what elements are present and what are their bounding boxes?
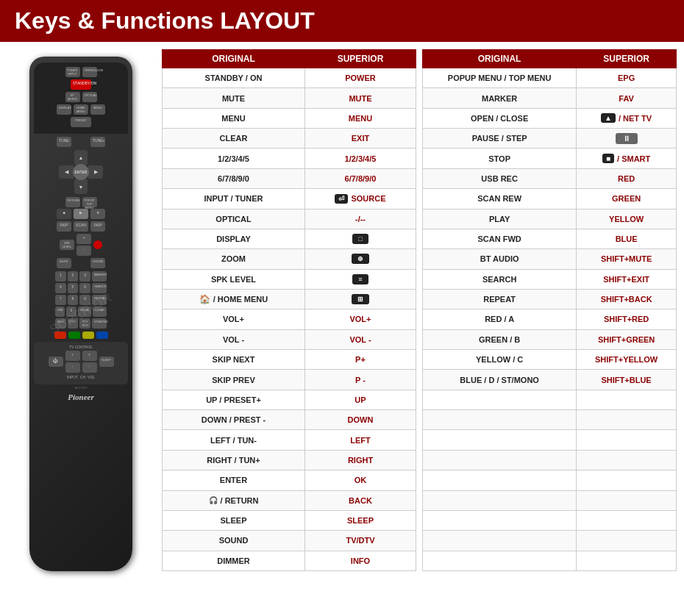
original-cell: STANDBY / ON <box>163 68 305 88</box>
superior-cell <box>577 470 677 490</box>
superior-cell: SHIFT+GREEN <box>577 329 677 349</box>
dpad[interactable]: ▲ ▼ ◀ ▶ ENTER <box>59 150 103 194</box>
optical-btn[interactable]: OPTICAL <box>82 92 97 102</box>
mute-btn[interactable]: MUTE <box>57 258 71 268</box>
dpad-right[interactable]: ▶ <box>88 165 103 179</box>
btn-3[interactable]: 3 <box>79 271 90 282</box>
skip-prev-btn[interactable]: SKIP <box>57 221 71 232</box>
pause-btn[interactable]: ⏸ <box>90 209 105 219</box>
original-cell: 🏠 / HOME MENU <box>163 289 305 309</box>
btn-7[interactable]: 7 <box>55 295 66 305</box>
superior-cell: ≡ <box>304 269 416 289</box>
tv-vol-down-btn[interactable]: - <box>82 362 97 373</box>
clear-btn[interactable]: CLEAR <box>93 307 107 317</box>
btn-2[interactable]: 2 <box>68 271 79 282</box>
sound-btn[interactable]: SOUND <box>90 258 105 268</box>
preset-btn[interactable]: PRESET <box>71 117 91 127</box>
dpad-down[interactable]: ▼ <box>74 179 88 194</box>
pty-search-btn[interactable]: PTY SCH <box>79 318 90 329</box>
btn-6[interactable]: 6 <box>79 283 90 293</box>
blue-btn-color[interactable] <box>96 332 108 339</box>
original-cell: OPEN / CLOSE <box>423 108 577 128</box>
original-cell: RED / A <box>423 309 577 329</box>
yellow-btn[interactable] <box>82 332 94 339</box>
superior-cell: RED <box>577 168 677 188</box>
original-cell: PAUSE / STEP <box>423 129 577 148</box>
vol-up-btn[interactable]: + <box>76 234 91 244</box>
spk-level-btn[interactable]: SPK LEVEL <box>60 240 74 250</box>
table-row: LEFT / TUN-LEFT <box>163 430 416 450</box>
popup-btn[interactable]: POPUP TOP MENU <box>82 197 97 207</box>
tune-minus-btn[interactable]: TUNE- <box>57 137 71 147</box>
superior-cell: SHIFT+YELLOW <box>577 350 677 370</box>
green-btn[interactable] <box>68 332 80 339</box>
open-close-btn[interactable]: OPEN/CLOSE <box>82 67 97 77</box>
dpad-left[interactable]: ◀ <box>59 165 74 179</box>
tv-power-btn[interactable]: ⏻ <box>49 357 63 367</box>
ch-up-btn[interactable]: + <box>65 351 80 361</box>
original-cell: SKIP NEXT <box>163 350 305 370</box>
pty-btn[interactable]: PTY <box>68 318 79 329</box>
enter-btn[interactable]: ENTER <box>73 164 89 180</box>
bt-audio-btn[interactable]: BT AUDIO <box>65 92 80 102</box>
original-cell: MUTE <box>163 88 305 108</box>
table-row: ZOOM⊕ <box>163 249 416 269</box>
scan-btn[interactable]: SCAN <box>74 221 88 232</box>
zoom-btn[interactable]: ZOOM <box>78 307 91 317</box>
original-cell <box>423 450 577 470</box>
table2-col1-header: ORIGINAL <box>423 50 577 68</box>
table-row: SEARCHSHIFT+EXIT <box>423 269 677 289</box>
btn-8[interactable]: 8 <box>68 295 79 305</box>
table-row: OPEN / CLOSE▲ / NET TV <box>423 108 677 128</box>
play-btn[interactable]: ▶ <box>74 209 88 219</box>
superior-cell: ⊞ <box>304 289 416 309</box>
superior-cell <box>577 490 677 510</box>
table-row <box>423 450 677 470</box>
superior-cell: SLEEP <box>304 510 416 530</box>
display-btn[interactable]: DISPLAY <box>57 104 71 115</box>
st-mono-btn[interactable]: ST/MONO <box>92 318 107 329</box>
tuner-btn[interactable]: TUNER INPUT <box>65 67 80 77</box>
superior-cell <box>577 430 677 450</box>
original-cell: 6/7/8/9/0 <box>163 168 305 188</box>
marker-btn[interactable]: MARKER <box>92 271 107 282</box>
table-row: SKIP PREVP - <box>163 370 416 390</box>
btn-9[interactable]: 9 <box>79 295 90 305</box>
menu-btn[interactable]: MENU <box>90 104 105 115</box>
header: Keys & Functions LAYOUT <box>0 0 684 42</box>
superior-cell: ⏸ <box>577 129 677 148</box>
usb-rec-btn[interactable] <box>93 240 102 249</box>
dpad-up[interactable]: ▲ <box>74 150 88 165</box>
table-row: VOL+VOL+ <box>163 309 416 329</box>
original-cell: SCAN REW <box>423 189 577 209</box>
tune-plus-btn[interactable]: TUNE+ <box>90 137 105 147</box>
search-btn[interactable]: SEARCH <box>92 283 107 293</box>
btn-0[interactable]: 0 <box>66 307 76 317</box>
original-cell: LEFT / TUN- <box>163 430 305 450</box>
ch-label: CH <box>80 375 85 379</box>
stop-btn[interactable]: ■ <box>57 209 71 219</box>
sleep-btn[interactable]: SLEEP <box>99 357 114 367</box>
original-cell: BT AUDIO <box>423 249 577 269</box>
table2-col2-header: SUPERIOR <box>577 50 677 68</box>
ch-down-btn[interactable]: - <box>65 362 80 373</box>
btn-5[interactable]: 5 <box>68 283 79 293</box>
original-cell: YELLOW / C <box>423 350 577 370</box>
superior-cell: SHIFT+MUTE <box>577 249 677 269</box>
red-btn[interactable] <box>54 332 66 339</box>
tv-control-label: TV CONTROL <box>37 345 125 349</box>
dimmer-btn[interactable]: DIM <box>55 307 65 317</box>
standby-btn[interactable]: STANDBY/ON <box>71 79 91 90</box>
tv-vol-up-btn[interactable]: + <box>82 351 97 361</box>
rds-btn[interactable]: RDS <box>55 318 66 329</box>
vol-down-btn[interactable]: - <box>76 246 91 256</box>
btn-4[interactable]: 4 <box>55 283 66 293</box>
home-menu-btn[interactable]: HOME MENU <box>74 104 88 115</box>
original-cell: POPUP MENU / TOP MENU <box>423 68 577 88</box>
btn-1[interactable]: 1 <box>55 271 66 282</box>
skip-next-btn[interactable]: SKIP <box>90 221 105 232</box>
return-btn[interactable]: RETURN <box>65 197 80 207</box>
repeat-btn[interactable]: REPEAT <box>92 295 107 305</box>
table-row: 🎧 / RETURNBACK <box>163 490 416 510</box>
original-cell: GREEN / B <box>423 329 577 349</box>
